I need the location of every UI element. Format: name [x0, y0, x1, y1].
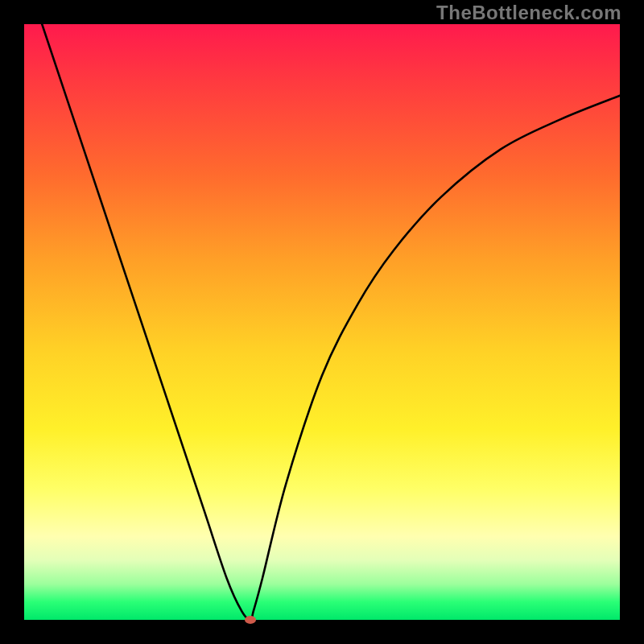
bottleneck-curve — [42, 24, 620, 620]
watermark-text: TheBottleneck.com — [436, 2, 621, 24]
minimum-marker — [245, 616, 256, 624]
plot-area — [24, 24, 620, 620]
chart-frame: TheBottleneck.com — [0, 0, 644, 644]
curve-svg — [24, 24, 620, 620]
